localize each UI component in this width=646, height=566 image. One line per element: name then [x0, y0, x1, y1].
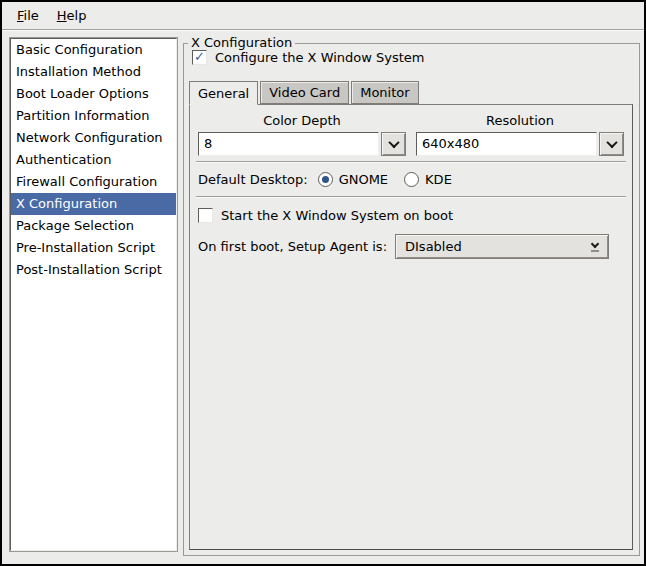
resolution-combobox: 640x480	[416, 132, 624, 156]
setup-agent-value: DIsabled	[405, 239, 462, 254]
sidebar-item-firewall-configuration[interactable]: Firewall Configuration	[11, 171, 176, 193]
kde-radio-label: KDE	[425, 172, 452, 187]
kde-radio[interactable]	[404, 172, 419, 187]
frame-title: X Configuration	[188, 35, 295, 50]
tab-video-card[interactable]: Video Card	[260, 81, 349, 104]
chevron-down-icon	[606, 137, 617, 148]
menu-file-label: ile	[24, 8, 39, 23]
resolution-label: Resolution	[416, 113, 624, 128]
sidebar-item-x-configuration[interactable]: X Configuration	[11, 193, 176, 215]
configure-x-checkbox[interactable]: ✓	[192, 50, 207, 65]
sidebar-item-network-configuration[interactable]: Network Configuration	[11, 127, 176, 149]
main-area: Basic Configuration Installation Method …	[2, 30, 644, 563]
color-depth-combobox: 8	[198, 132, 406, 156]
separator	[196, 161, 626, 163]
sidebar-item-partition-information[interactable]: Partition Information	[11, 105, 176, 127]
sidebar-item-basic-configuration[interactable]: Basic Configuration	[11, 39, 176, 61]
check-icon: ✓	[194, 50, 205, 63]
gnome-radio-label: GNOME	[339, 172, 388, 187]
color-depth-label: Color Depth	[198, 113, 406, 128]
menu-help[interactable]: Help	[48, 4, 96, 27]
sidebar-item-post-installation-script[interactable]: Post-Installation Script	[11, 259, 176, 281]
menu-help-label: elp	[67, 8, 87, 23]
setup-agent-option-menu[interactable]: DIsabled	[395, 234, 609, 259]
section-list: Basic Configuration Installation Method …	[10, 38, 177, 551]
menu-file[interactable]: File	[8, 4, 48, 27]
kickstart-configurator-window: File Help Basic Configuration Installati…	[0, 0, 646, 566]
sidebar-item-pre-installation-script[interactable]: Pre-Installation Script	[11, 237, 176, 259]
start-x-on-boot-checkbox[interactable]	[198, 208, 213, 223]
tab-monitor[interactable]: Monitor	[351, 81, 418, 104]
start-x-on-boot-label: Start the X Window System on boot	[221, 208, 453, 223]
default-desktop-row: Default Desktop: GNOME KDE	[198, 172, 624, 187]
radio-dot-icon	[322, 176, 329, 183]
sidebar-item-authentication[interactable]: Authentication	[11, 149, 176, 171]
configure-x-row: ✓ Configure the X Window System	[192, 50, 425, 65]
gnome-radio[interactable]	[318, 172, 333, 187]
tab-general[interactable]: General	[189, 81, 258, 105]
depth-resolution-row: Color Depth 8 Resolution 640x4	[198, 113, 624, 156]
setup-agent-label: On first boot, Setup Agent is:	[198, 239, 387, 254]
chevron-down-icon	[388, 137, 399, 148]
option-menu-indicator-icon	[590, 241, 600, 252]
default-desktop-label: Default Desktop:	[198, 172, 308, 187]
color-depth-value[interactable]: 8	[198, 132, 379, 156]
sidebar-item-boot-loader-options[interactable]: Boot Loader Options	[11, 83, 176, 105]
menubar: File Help	[2, 2, 644, 30]
tab-strip: General Video Card Monitor	[189, 81, 633, 104]
x-configuration-frame: X Configuration ✓ Configure the X Window…	[183, 43, 640, 556]
general-tab-page: Color Depth 8 Resolution 640x4	[189, 104, 633, 550]
configure-x-label: Configure the X Window System	[215, 50, 425, 65]
color-depth-column: Color Depth 8	[198, 113, 406, 156]
separator	[196, 196, 626, 198]
start-x-row: Start the X Window System on boot	[198, 208, 624, 223]
x-config-notebook: General Video Card Monitor Color Depth 8	[189, 81, 633, 550]
menu-help-mnemonic: H	[57, 8, 67, 23]
resolution-value[interactable]: 640x480	[416, 132, 597, 156]
sidebar-item-installation-method[interactable]: Installation Method	[11, 61, 176, 83]
sidebar-item-package-selection[interactable]: Package Selection	[11, 215, 176, 237]
color-depth-dropdown-button[interactable]	[381, 132, 406, 156]
resolution-dropdown-button[interactable]	[599, 132, 624, 156]
setup-agent-row: On first boot, Setup Agent is: DIsabled	[198, 234, 624, 259]
resolution-column: Resolution 640x480	[416, 113, 624, 156]
